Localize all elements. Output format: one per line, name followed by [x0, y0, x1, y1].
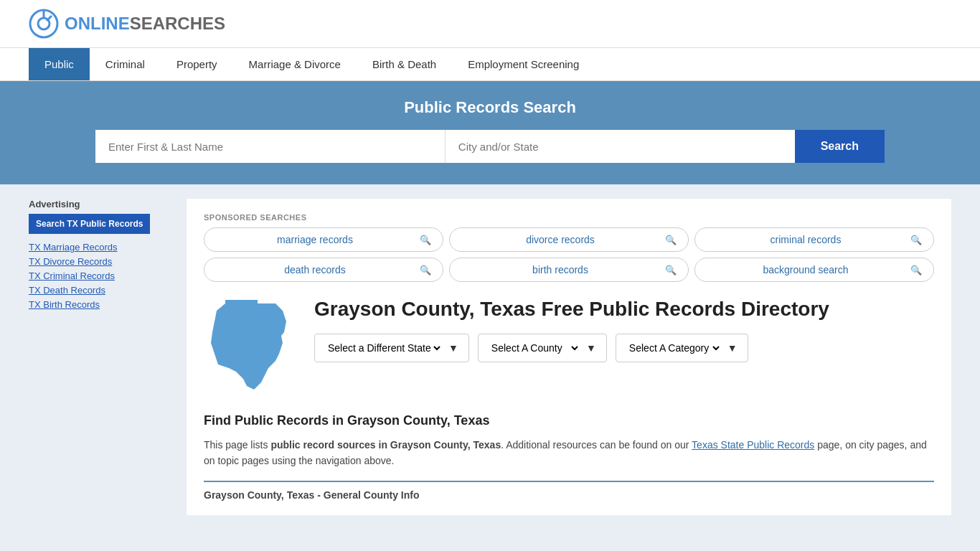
general-info-label: Grayson County, Texas - General County I… — [204, 489, 420, 501]
category-dropdown[interactable]: Select A Category ▼ — [616, 334, 748, 362]
content-area: SPONSORED SEARCHES marriage records 🔍 di… — [187, 199, 951, 515]
list-item[interactable]: TX Birth Records — [29, 298, 172, 310]
sponsored-tag-background[interactable]: background search 🔍 — [694, 258, 934, 282]
list-item[interactable]: TX Marriage Records — [29, 241, 172, 253]
search-icon: 🔍 — [910, 265, 922, 276]
sponsored-grid: marriage records 🔍 divorce records 🔍 cri… — [204, 227, 934, 282]
ad-button[interactable]: Search TX Public Records — [29, 214, 150, 234]
search-icon: 🔍 — [910, 235, 922, 245]
find-bold: public record sources in Grayson County,… — [270, 439, 501, 451]
logo-online: ONLINE — [65, 14, 130, 33]
nav-item-property[interactable]: Property — [161, 48, 233, 80]
nav-item-criminal[interactable]: Criminal — [90, 48, 161, 80]
list-item[interactable]: TX Death Records — [29, 284, 172, 296]
ad-label: Advertising — [29, 199, 172, 209]
chevron-down-icon: ▼ — [727, 342, 738, 354]
svg-rect-4 — [225, 300, 258, 309]
location-input[interactable] — [446, 130, 795, 163]
search-icon: 🔍 — [420, 235, 431, 245]
site-header: ONLINESEARCHES — [0, 0, 980, 48]
sidebar: Advertising Search TX Public Records TX … — [29, 199, 172, 515]
chevron-down-icon: ▼ — [448, 342, 458, 354]
page-title: Grayson County, Texas Free Public Record… — [314, 296, 829, 322]
county-select[interactable]: Select A County — [489, 342, 580, 354]
sponsored-label: SPONSORED SEARCHES — [204, 213, 934, 222]
logo-text: ONLINESEARCHES — [65, 14, 225, 34]
list-item[interactable]: TX Criminal Records — [29, 270, 172, 281]
list-item[interactable]: TX Divorce Records — [29, 255, 172, 267]
nav-item-public[interactable]: Public — [29, 48, 90, 80]
general-info-bar: Grayson County, Texas - General County I… — [204, 481, 934, 501]
search-button[interactable]: Search — [795, 130, 885, 163]
search-section: Public Records Search Search — [0, 81, 980, 184]
main-layout: Advertising Search TX Public Records TX … — [0, 184, 980, 529]
search-bar: Search — [95, 130, 885, 163]
sponsored-tag-marriage[interactable]: marriage records 🔍 — [204, 227, 443, 252]
page-title-area: Grayson County, Texas Free Public Record… — [314, 296, 829, 399]
category-select[interactable]: Select A Category — [626, 342, 722, 354]
nav-item-employment[interactable]: Employment Screening — [452, 48, 595, 80]
name-input[interactable] — [95, 130, 446, 163]
find-title: Find Public Records in Grayson County, T… — [204, 413, 934, 428]
state-select[interactable]: Select a Different State — [325, 342, 443, 354]
sponsored-tag-divorce[interactable]: divorce records 🔍 — [449, 227, 689, 252]
logo-icon — [29, 9, 59, 39]
county-dropdown[interactable]: Select A County ▼ — [478, 334, 607, 362]
search-icon: 🔍 — [665, 235, 677, 245]
chevron-down-icon: ▼ — [586, 342, 596, 354]
texas-map-icon — [204, 296, 297, 397]
state-heading: Grayson County, Texas Free Public Record… — [204, 296, 934, 399]
search-title: Public Records Search — [29, 98, 951, 117]
sponsored-tag-criminal[interactable]: criminal records 🔍 — [694, 227, 934, 252]
sponsored-tag-death[interactable]: death records 🔍 — [204, 258, 443, 282]
logo: ONLINESEARCHES — [29, 9, 225, 39]
sponsored-tag-birth[interactable]: birth records 🔍 — [449, 258, 689, 282]
nav-item-marriage[interactable]: Marriage & Divorce — [233, 48, 357, 80]
state-dropdown[interactable]: Select a Different State ▼ — [314, 334, 469, 362]
texas-state-link[interactable]: Texas State Public Records — [692, 439, 814, 451]
state-map — [204, 296, 297, 399]
nav-item-birth[interactable]: Birth & Death — [357, 48, 452, 80]
main-nav: Public Criminal Property Marriage & Divo… — [0, 48, 980, 81]
logo-searches: SEARCHES — [130, 14, 225, 33]
search-icon: 🔍 — [420, 265, 431, 276]
find-text: This page lists public record sources in… — [204, 437, 934, 469]
search-icon: 🔍 — [665, 265, 677, 276]
sidebar-links: TX Marriage Records TX Divorce Records T… — [29, 241, 172, 310]
dropdowns-row: Select a Different State ▼ Select A Coun… — [314, 334, 829, 362]
